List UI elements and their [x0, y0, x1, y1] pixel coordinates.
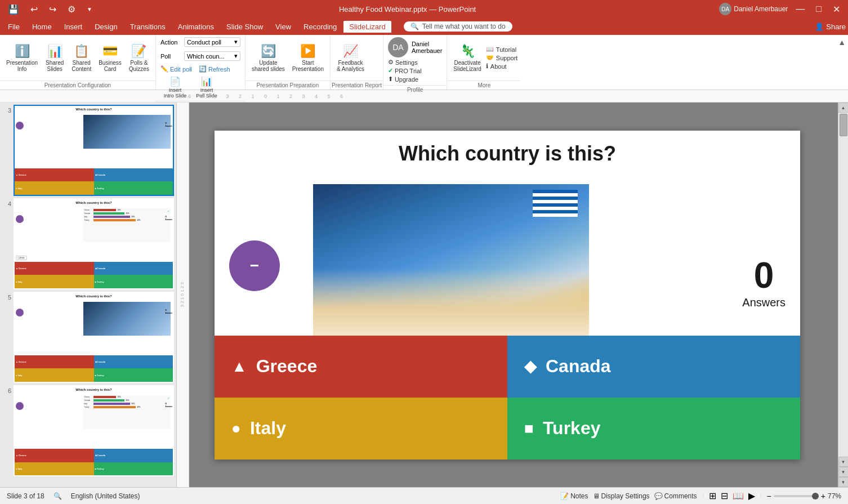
action-select[interactable]: Conduct poll ▾ — [184, 37, 240, 47]
slide-thumb-5[interactable]: Which country is this? 0Answers ▲ Greece… — [14, 292, 174, 383]
scroll-up-button[interactable]: ▲ — [838, 102, 849, 113]
scroll-down-1-button[interactable]: ▼ — [838, 457, 849, 467]
ribbon-btn-polls-quizzes[interactable]: 📝 Polls &Quizzes — [126, 42, 152, 74]
redo-button[interactable]: ↪ — [46, 3, 60, 16]
notes-button[interactable]: 📝 Notes — [560, 492, 588, 500]
scroll-thumb[interactable] — [840, 114, 847, 136]
slide-item-4[interactable]: 4 Which country is this? ✓ Greece 15% — [2, 198, 174, 289]
scroll-down-3-button[interactable]: ▼ — [838, 477, 849, 487]
about-button[interactable]: ℹ About — [486, 63, 518, 70]
zoom-in-button[interactable]: + — [821, 492, 825, 501]
customize-qat-button[interactable]: ⚙ — [64, 3, 79, 16]
tutorial-button[interactable]: 📖 Tutorial — [486, 46, 518, 53]
settings-button[interactable]: ⚙ Settings — [388, 59, 418, 66]
restore-button[interactable]: □ — [813, 3, 825, 15]
feedback-group-label: Presentation Report — [331, 81, 383, 90]
upgrade-icon: ⬆ — [388, 75, 393, 83]
feedback-analytics-button[interactable]: 📈 Feedback& Analytics — [334, 42, 367, 74]
settings-label: Settings — [395, 59, 418, 66]
slide-item-3[interactable]: 3 Which country is this? 0Answers ▲ Gree… — [2, 105, 174, 196]
answer-cell-canada[interactable]: ◆ Canada — [507, 336, 800, 398]
menu-bar: File Home Insert Design Transitions Anim… — [0, 18, 848, 35]
comments-button[interactable]: 💬 Comments — [654, 492, 697, 500]
menu-recording[interactable]: Recording — [298, 21, 342, 33]
menu-animations[interactable]: Animations — [172, 21, 220, 33]
save-button[interactable]: 💾 — [5, 3, 23, 16]
slide-sorter-button[interactable]: ⊟ — [721, 490, 728, 501]
pro-trial-button[interactable]: ✔ PRO Trial — [388, 67, 422, 74]
slide-purple-circle: − — [229, 240, 280, 291]
answer-cell-italy[interactable]: ● Italy — [215, 398, 507, 460]
deactivate-sliderizard-button[interactable]: 🦎 DeactivateSlideLizard — [450, 42, 484, 74]
menu-sliderizard[interactable]: SlideLizard — [343, 21, 391, 33]
answer-cell-greece[interactable]: ▲ Greece — [215, 336, 507, 398]
about-label: About — [490, 63, 507, 70]
menu-insert[interactable]: Insert — [59, 21, 88, 33]
poll-select[interactable]: Which coun... ▾ — [184, 51, 240, 61]
slide-info-icon[interactable]: 🔍 — [53, 492, 62, 500]
normal-view-button[interactable]: ⊞ — [709, 490, 716, 501]
ribbon-btn-shared-content[interactable]: 📋 SharedContent — [69, 42, 94, 74]
italy-bar — [93, 216, 130, 218]
slide-thumb-3[interactable]: Which country is this? 0Answers ▲ Greece… — [14, 105, 174, 196]
scroll-down-2-button[interactable]: ▼ — [838, 467, 849, 477]
display-settings-button[interactable]: 🖥 Display Settings — [593, 492, 650, 500]
more-small-btns: 📖 Tutorial 🤝 Support ℹ About — [486, 43, 518, 72]
turkey-shape: ■ — [524, 420, 534, 438]
ribbon-btn-business-card[interactable]: 💳 BusinessCard — [96, 42, 124, 74]
reading-view-button[interactable]: 📖 — [733, 490, 744, 501]
turkey-bar — [93, 219, 136, 221]
display-settings-icon: 🖥 — [593, 492, 600, 500]
comments-icon: 💬 — [654, 492, 663, 500]
edit-poll-button[interactable]: ✏️ Edit poll — [160, 65, 192, 73]
slide-canvas[interactable]: Which country is this? — [215, 131, 800, 460]
undo-button[interactable]: ↩ — [27, 3, 41, 16]
close-button[interactable]: ✕ — [829, 3, 843, 16]
shared-slides-icon: 📊 — [47, 44, 63, 59]
ribbon-btn-pres-info[interactable]: ℹ️ PresentationInfo — [3, 42, 41, 74]
user-badge[interactable]: DA Daniel Amerbauer — [719, 3, 788, 15]
upgrade-button[interactable]: ⬆ Upgrade — [388, 75, 418, 83]
share-button[interactable]: 👤 Share — [815, 23, 846, 31]
minimize-button[interactable]: — — [792, 3, 808, 15]
ribbon-group-profile: DA DanielAmerbauer ⚙ Settings ✔ PRO Tria… — [383, 35, 447, 90]
update-shared-slides-button[interactable]: 🔄 Updateshared slides — [249, 42, 288, 74]
refresh-button[interactable]: 🔄 Refresh — [199, 65, 230, 73]
start-presentation-button[interactable]: ▶️ StartPresentation — [289, 42, 327, 74]
slide-item-5[interactable]: 5 Which country is this? 0Answers ▲ Gree… — [2, 292, 174, 383]
thumb-grid-3: ▲ Greece ◆ Canada ● Italy ■ Turkey — [15, 168, 173, 195]
zoom-slider[interactable] — [774, 495, 819, 497]
refresh-icon: 🔄 — [199, 65, 207, 73]
answer-cell-turkey[interactable]: ■ Turkey — [507, 398, 800, 460]
ribbon-group-pres-prep: 🔄 Updateshared slides ▶️ StartPresentati… — [246, 35, 331, 90]
feedback-top: 📈 Feedback& Analytics — [331, 35, 383, 81]
menu-view[interactable]: View — [270, 21, 297, 33]
support-button[interactable]: 🤝 Support — [486, 54, 518, 61]
refresh-label: Refresh — [208, 66, 230, 73]
profile-row[interactable]: DA DanielAmerbauer — [388, 37, 442, 57]
thumb-cell-turkey: ■ Turkey — [94, 181, 173, 195]
thumb-content-3: Which country is this? 0Answers ▲ Greece… — [15, 106, 173, 195]
ribbon-collapse-btn[interactable]: ▲ — [836, 35, 848, 90]
right-scrollbar[interactable]: ▲ ▼ ▼ ▼ — [838, 102, 848, 487]
zoom-thumb[interactable] — [812, 493, 819, 499]
slide-thumb-4[interactable]: Which country is this? ✓ Greece 15% Cana… — [14, 198, 174, 289]
edit-poll-label: Edit poll — [170, 66, 192, 73]
slide-item-6[interactable]: 6 Which country is this? ✓ Greece 15% — [2, 385, 174, 476]
scroll-track[interactable] — [838, 113, 848, 457]
qat-more-button[interactable]: ▼ — [83, 5, 96, 14]
thumb-cell-5-turkey: ■ Turkey — [94, 368, 173, 382]
menu-transitions[interactable]: Transitions — [124, 21, 171, 33]
search-bar[interactable]: 🔍 Tell me what you want to do — [404, 21, 512, 32]
zoom-out-button[interactable]: − — [767, 492, 771, 501]
thumb-cell-italy: ● Italy — [15, 181, 94, 195]
slideshow-view-button[interactable]: ▶ — [748, 490, 755, 501]
thumb-bar-row-6-turkey: Turkey 40% — [83, 405, 171, 409]
menu-design[interactable]: Design — [89, 21, 123, 33]
slide-thumb-6[interactable]: Which country is this? ✓ Greece 15% Cana… — [14, 385, 174, 476]
menu-home[interactable]: Home — [26, 21, 57, 33]
slide-panel[interactable]: 3 Which country is this? 0Answers ▲ Gree… — [0, 102, 177, 487]
menu-slideshow[interactable]: Slide Show — [221, 21, 269, 33]
ribbon-btn-shared-slides[interactable]: 📊 SharedSlides — [42, 42, 67, 74]
menu-file[interactable]: File — [2, 21, 25, 33]
